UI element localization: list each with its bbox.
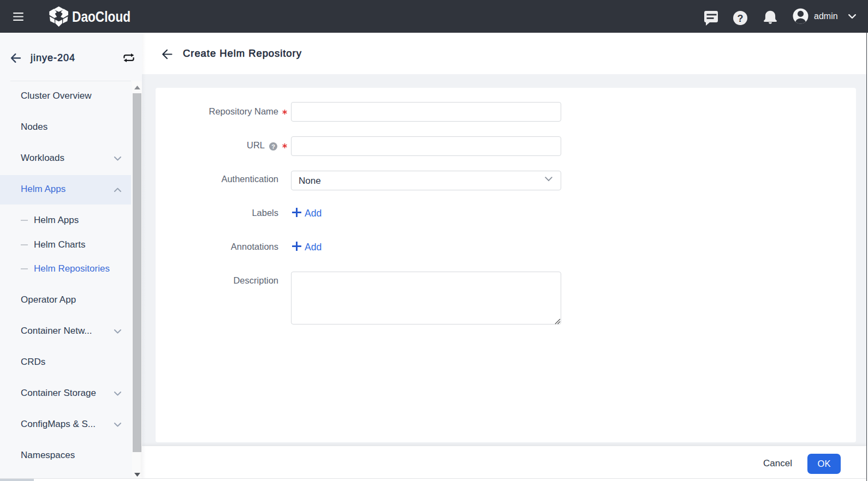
- svg-text:?: ?: [738, 13, 744, 24]
- svg-text:?: ?: [271, 143, 275, 149]
